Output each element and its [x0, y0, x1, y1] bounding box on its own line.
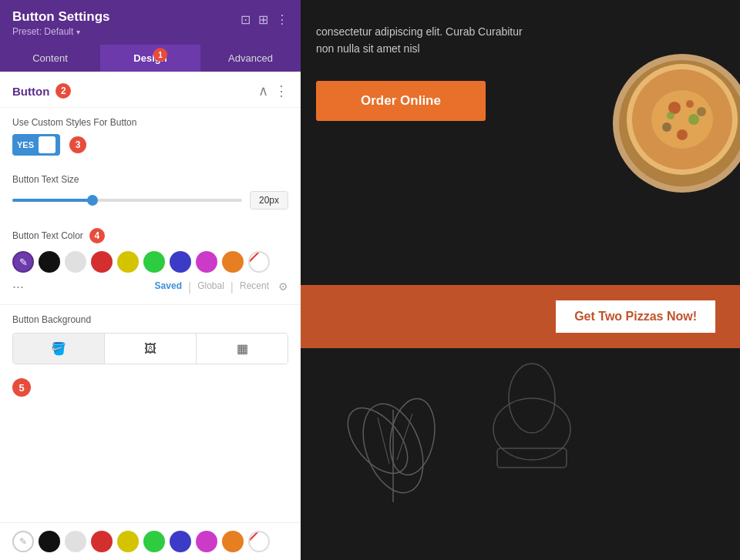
step-4-badge: 4	[89, 228, 105, 243]
text-color-section: Button Text Color 4 ✎	[0, 219, 301, 304]
right-hero: consectetur adipiscing elit. Curab Curab…	[301, 0, 740, 285]
image-icon: 🖼	[144, 342, 156, 356]
bg-label: Button Background	[12, 314, 288, 325]
more-options-icon[interactable]: ⋮	[276, 12, 288, 27]
eyedropper-icon: ✎	[19, 257, 28, 268]
right-content-col: consectetur adipiscing elit. Curab Curab…	[301, 0, 540, 285]
text-size-label: Button Text Size	[12, 174, 288, 185]
right-bottom	[301, 348, 740, 560]
bottom-swatch-purple[interactable]	[196, 531, 217, 552]
orange-banner: Get Two Pizzas Now!	[301, 285, 740, 348]
text-size-value[interactable]: 20px	[250, 191, 288, 210]
section-header: Button 2 ∧ ⋮	[0, 72, 301, 108]
svg-point-12	[651, 90, 713, 149]
bottom-swatches: ✎	[0, 522, 301, 560]
color-swatch-red[interactable]	[91, 251, 113, 273]
section-title: Button 2	[12, 83, 71, 99]
step-5-badge: 5	[12, 378, 31, 397]
order-online-button[interactable]: Order Online	[316, 81, 486, 121]
slider-fill	[12, 199, 92, 202]
color-swatches: ✎	[12, 251, 288, 273]
bottom-swatch-orange[interactable]	[222, 531, 244, 552]
custom-styles-toggle[interactable]: YES	[12, 134, 60, 156]
bottom-eyedropper-icon: ✎	[19, 536, 27, 547]
toggle-thumb	[39, 136, 56, 153]
preview-icon[interactable]: ⊡	[240, 12, 251, 27]
color-swatch-black[interactable]	[39, 251, 60, 273]
panel-title: Button Settings	[12, 9, 110, 25]
gradient-icon: ▦	[237, 341, 248, 356]
color-swatch-yellow[interactable]	[117, 251, 139, 273]
color-settings-gear-icon[interactable]: ⚙	[278, 280, 288, 294]
bottom-swatch-white[interactable]	[65, 531, 86, 552]
tab-design-badge: 1	[153, 48, 167, 62]
paint-bucket-icon: 🪣	[51, 341, 66, 356]
color-swatch-purple[interactable]	[196, 251, 217, 273]
body-text: consectetur adipiscing elit. Curab Curab…	[316, 12, 524, 58]
color-swatch-blue[interactable]	[170, 251, 191, 273]
bg-tabs: 🪣 🖼 ▦	[12, 333, 288, 364]
section-more-icon[interactable]: ⋮	[274, 82, 288, 99]
bg-tab-color[interactable]: 🪣	[13, 334, 105, 364]
right-panel: consectetur adipiscing elit. Curab Curab…	[301, 0, 740, 560]
bg-tab-image[interactable]: 🖼	[105, 334, 197, 364]
pizza-image-area	[540, 0, 740, 285]
text-size-setting: Button Text Size 20px	[0, 165, 301, 219]
get-pizzas-button[interactable]: Get Two Pizzas Now!	[554, 299, 717, 334]
bottom-swatch-blue[interactable]	[170, 531, 191, 552]
tab-advanced[interactable]: Advanced	[200, 45, 301, 72]
color-swatch-clear[interactable]	[248, 251, 270, 273]
bottom-swatch-red[interactable]	[91, 531, 113, 552]
step-3-badge: 3	[69, 136, 86, 153]
text-color-label: Button Text Color	[12, 230, 83, 241]
tab-content[interactable]: Content	[0, 45, 100, 72]
bottom-swatch-yellow[interactable]	[117, 531, 139, 552]
bottom-eyedropper-swatch[interactable]: ✎	[12, 531, 34, 552]
recent-tab[interactable]: Recent	[240, 280, 269, 294]
collapse-icon[interactable]: ∧	[258, 82, 268, 99]
preset-caret-icon: ▾	[76, 28, 80, 36]
global-tab[interactable]: Global	[197, 280, 224, 294]
layout-icon[interactable]: ⊞	[258, 12, 268, 27]
color-swatch-white[interactable]	[65, 251, 86, 273]
saved-tab[interactable]: Saved	[155, 280, 182, 294]
toggle-yes-label: YES	[17, 140, 34, 149]
tab-design[interactable]: Design 1	[100, 45, 200, 72]
step-5-area: 5	[0, 378, 301, 397]
custom-styles-setting: Use Custom Styles For Button YES 3	[0, 108, 301, 165]
bottom-swatch-black[interactable]	[39, 531, 60, 552]
chef-illustration-svg	[301, 348, 740, 510]
pizza-svg	[540, 0, 740, 285]
panel-header: Button Settings Preset: Default ▾ ⊡ ⊞ ⋮	[0, 0, 301, 45]
bottom-swatch-green[interactable]	[143, 531, 165, 552]
text-size-slider[interactable]	[12, 199, 242, 202]
color-tabs: Saved | Global | Recent ⚙	[155, 280, 288, 294]
bottom-swatch-clear[interactable]	[248, 531, 270, 552]
bg-section: Button Background 🪣 🖼 ▦	[0, 304, 301, 374]
panel-body: Button 2 ∧ ⋮ Use Custom Styles For Butto…	[0, 72, 301, 560]
panel-tabs: Content Design 1 Advanced	[0, 45, 301, 72]
section-badge: 2	[56, 83, 71, 99]
panel-preset[interactable]: Preset: Default ▾	[12, 26, 110, 37]
slider-thumb[interactable]	[87, 195, 98, 206]
bg-tab-gradient[interactable]: ▦	[197, 334, 288, 364]
color-tabs-dots[interactable]: ···	[12, 279, 24, 295]
eyedropper-swatch[interactable]: ✎	[12, 251, 34, 273]
color-swatch-green[interactable]	[143, 251, 165, 273]
color-swatch-orange[interactable]	[222, 251, 244, 273]
custom-styles-label: Use Custom Styles For Button	[12, 117, 288, 128]
